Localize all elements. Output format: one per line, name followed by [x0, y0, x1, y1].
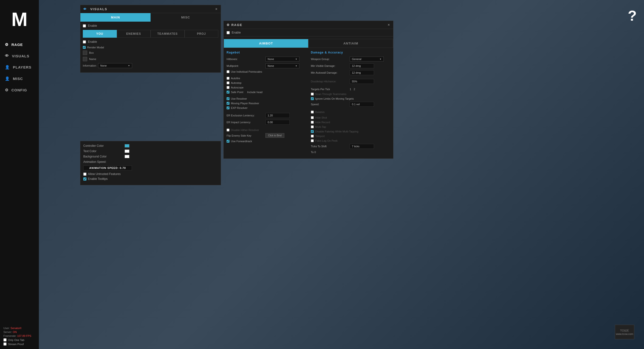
exp-resolver-checkbox[interactable] [226, 106, 230, 109]
targets-per-tick-v1: 1 [350, 88, 351, 91]
to-0-label: To 0 [311, 151, 316, 154]
enable-tooltips-checkbox[interactable] [83, 177, 86, 181]
animation-speed-slider[interactable]: ANIMATION SPEED: 0.70 [83, 166, 132, 170]
rage-gear-icon: ⚙ [226, 23, 232, 27]
fake-lag-on-peek-checkbox[interactable] [311, 139, 314, 142]
moving-player-resolver-row: Moving Player Resolver [226, 102, 306, 105]
autostop-checkbox[interactable] [226, 81, 230, 84]
min-autowall-damage-value[interactable]: 12 dmg [350, 70, 374, 75]
sidebar-label-config: CONFIG [12, 88, 27, 92]
sidebar-item-visuals[interactable]: 👁 VISUALS [0, 50, 39, 62]
moving-player-resolver-label: Moving Player Resolver [231, 102, 259, 105]
sidebar-item-players[interactable]: 👤 PLAYERS [0, 62, 39, 73]
misc-icon: 👤 [5, 76, 10, 81]
subtab-enemies[interactable]: ENEMIES [117, 30, 151, 38]
hide-shot-checkbox[interactable] [311, 116, 314, 119]
ticks-to-shift-value[interactable]: 7 ticks [350, 144, 374, 149]
stream-proof-row: Stream Proof [4, 342, 36, 345]
scan-through-teammates-checkbox[interactable] [311, 93, 314, 96]
tab-main[interactable]: MAIN [80, 13, 150, 22]
sidebar-item-misc[interactable]: 👤 MISC [0, 73, 39, 84]
subtab-proj[interactable]: PROJ [184, 30, 218, 38]
targets-per-tick-label: Targets Per Tick [311, 88, 350, 91]
safe-point-row: Safe Point Include head [226, 91, 306, 94]
visuals-close-button[interactable]: × [216, 7, 218, 11]
visuals-enable-checkbox[interactable] [83, 24, 86, 28]
use-forwardtrack-checkbox[interactable] [226, 140, 230, 143]
safe-point-label: Safe Point [231, 91, 243, 94]
inner-enable-label: Enable [88, 40, 97, 44]
autoscope-label: Autoscope [231, 86, 244, 89]
name-row: Name [83, 57, 218, 61]
hitboxes-dropdown[interactable]: None [266, 57, 300, 62]
flip-enemy-side-row: Flip Enemy Side Key Click to Bind [226, 133, 306, 138]
multi-tap-checkbox[interactable] [311, 125, 314, 128]
flip-enemy-side-button[interactable]: Click to Bind [266, 133, 284, 138]
text-color-swatch[interactable] [124, 149, 130, 153]
information-dropdown[interactable]: None [98, 63, 132, 68]
box-color-swatch [83, 51, 87, 55]
use-resolver-checkbox[interactable] [226, 97, 230, 100]
stream-proof-label: Stream Proof [8, 343, 24, 345]
weapon-group-dropdown[interactable]: General [350, 57, 384, 62]
tab-antiaim[interactable]: ANTIAIM [308, 39, 393, 48]
autofire-checkbox[interactable] [226, 77, 230, 80]
text-color-row: Text Color [83, 149, 218, 153]
background-color-swatch[interactable] [124, 155, 130, 158]
stream-proof-checkbox[interactable] [4, 342, 6, 345]
inner-enable-row: Enable [83, 40, 218, 44]
disable-fakelag-label: Disable Fakelag While Multi-Tapping [315, 130, 358, 133]
sidebar-item-rage[interactable]: ⚙ RAGE [0, 39, 39, 50]
er-impact-label: ER Impact Leniency [226, 121, 266, 124]
subtab-you[interactable]: YOU [83, 30, 117, 38]
ignore-limbs-checkbox[interactable] [311, 97, 314, 100]
include-head-label: Include head [247, 91, 262, 94]
render-modal-checkbox[interactable] [83, 46, 86, 49]
subtab-teammates[interactable]: TEAMMATES [150, 30, 184, 38]
disable-fakelag-checkbox[interactable] [311, 130, 314, 133]
rage-close-button[interactable]: × [388, 23, 390, 27]
allow-untrusted-row: Allow Untrusted Features [83, 172, 218, 176]
hide-record-checkbox[interactable] [311, 121, 314, 124]
inner-enable-checkbox[interactable] [83, 40, 86, 44]
multi-tap-label: Multi-Tap [315, 125, 326, 128]
disable-hither-checkbox[interactable] [226, 129, 230, 132]
rage-enable-checkbox[interactable] [226, 31, 230, 34]
tab-aimbot[interactable]: AIMBOT [224, 39, 308, 48]
doubletap-hitchance-value[interactable]: 55% [350, 79, 374, 84]
safe-point-checkbox[interactable] [226, 91, 230, 94]
rage-tabs: AIMBOT ANTIAIM [224, 39, 393, 48]
help-icon[interactable]: ? [628, 7, 637, 24]
tab-misc[interactable]: MISC [150, 13, 221, 22]
use-resolver-label: Use Resolver [231, 97, 247, 100]
only-one-tab-label: Only One Tab [8, 338, 24, 341]
balatsis-label: Balatsis [315, 111, 325, 114]
sidebar-label-visuals: VISUALS [12, 54, 30, 58]
doubletap-hitchance-label: Doubletap Hitchance: [311, 80, 350, 83]
animation-speed-label: Animation Speed: [83, 160, 122, 164]
tc-logo: TC社区 www.tcxw.com [615, 325, 634, 339]
visuals-tabs: MAIN MISC [80, 13, 221, 22]
user-info: User: SenatorII [4, 327, 36, 329]
sidebar-label-misc: MISC [13, 77, 23, 81]
only-one-tab-checkbox[interactable] [4, 338, 6, 341]
box-row: Box [83, 51, 218, 55]
speed-value[interactable]: 0.1 vel [350, 102, 374, 107]
speed-label: Speed: [311, 103, 350, 106]
sidebar-item-config[interactable]: ⚙ CONFIG [0, 84, 39, 96]
allow-untrusted-checkbox[interactable] [83, 173, 86, 176]
use-individual-pointscales-checkbox[interactable] [226, 70, 230, 73]
multipoint-dropdown[interactable]: None [266, 64, 300, 68]
autostop-row: Autostop [226, 81, 306, 84]
speed-row: Speed: 0.1 vel [311, 102, 390, 107]
er-exclusion-value[interactable]: 1.20 [266, 113, 290, 118]
controller-color-swatch[interactable] [124, 144, 130, 148]
moving-player-resolver-checkbox[interactable] [226, 102, 230, 105]
er-impact-value[interactable]: 0.00 [266, 120, 290, 125]
min-visible-damage-value[interactable]: 12 dmg [350, 64, 374, 68]
hide-shot-row: Hide Shot [311, 116, 390, 119]
balatsis-checkbox[interactable] [311, 111, 314, 114]
autoscope-checkbox[interactable] [226, 86, 230, 89]
ignore-limbs-label: Ignore Limbs On Moving Targets [315, 97, 354, 100]
teleport-checkbox[interactable] [311, 135, 314, 138]
